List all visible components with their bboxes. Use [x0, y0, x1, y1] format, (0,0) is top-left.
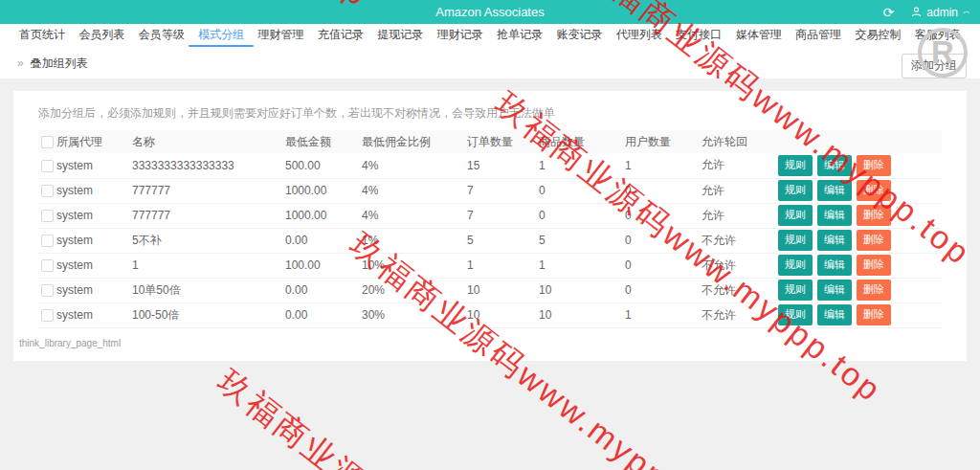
- user-menu[interactable]: admin ︿: [911, 6, 970, 19]
- edit-button[interactable]: 编辑: [817, 304, 852, 325]
- chevron-icon: ︿: [963, 6, 970, 16]
- cell-products: 0: [539, 203, 625, 228]
- edit-button[interactable]: 编辑: [817, 205, 852, 226]
- breadcrumb-bar: »叠加组列表 添加分组: [0, 48, 980, 78]
- row-checkbox[interactable]: [41, 210, 54, 222]
- cell-users: 0: [625, 178, 702, 203]
- edit-button[interactable]: 编辑: [817, 280, 852, 301]
- person-icon: [911, 7, 922, 17]
- cell-actions: 规则编辑删除: [778, 228, 942, 253]
- rules-button[interactable]: 规则: [778, 280, 813, 301]
- rules-button[interactable]: 规则: [778, 205, 813, 226]
- nav-item-11[interactable]: 支付接口: [674, 24, 724, 48]
- nav-item-10[interactable]: 代理列表: [614, 24, 664, 48]
- column-header-7: 允许轮回: [702, 130, 778, 153]
- nav-item-14[interactable]: 交易控制: [853, 24, 902, 48]
- nav-item-6[interactable]: 提现记录: [375, 24, 425, 48]
- edit-button[interactable]: 编辑: [817, 180, 852, 201]
- select-all-checkbox[interactable]: [41, 136, 54, 148]
- delete-button[interactable]: 删除: [857, 280, 891, 301]
- column-header-0: 所属代理: [56, 130, 132, 153]
- delete-button[interactable]: 删除: [857, 255, 891, 276]
- cell-products: 1: [539, 253, 625, 278]
- nav-item-5[interactable]: 充值记录: [316, 24, 366, 48]
- refresh-icon[interactable]: ⟳: [883, 6, 895, 19]
- cell-allow: 不允许: [702, 228, 778, 253]
- breadcrumb-label: 叠加组列表: [31, 56, 88, 70]
- table-row: system10单50倍0.0020%10100不允许规则编辑删除: [38, 278, 942, 302]
- nav-item-1[interactable]: 会员列表: [77, 24, 126, 48]
- cell-orders: 1: [467, 253, 539, 278]
- cell-allow: 不允许: [702, 302, 778, 327]
- delete-button[interactable]: 删除: [857, 205, 891, 226]
- cell-name: 777777: [132, 178, 285, 203]
- table-row: system1100.0010%110不允许规则编辑删除: [38, 253, 942, 278]
- row-checkbox[interactable]: [41, 284, 54, 297]
- row-checkbox[interactable]: [41, 309, 54, 322]
- rules-button[interactable]: 规则: [778, 255, 813, 276]
- nav-item-9[interactable]: 账变记录: [555, 24, 605, 48]
- column-header-1: 名称: [132, 130, 285, 153]
- row-checkbox[interactable]: [41, 259, 54, 272]
- nav-item-3[interactable]: 模式分组: [196, 24, 246, 48]
- row-checkbox[interactable]: [41, 160, 54, 172]
- column-header-2: 最低金额: [285, 130, 362, 153]
- cell-orders: 7: [467, 203, 539, 228]
- cell-min_amount: 0.00: [285, 228, 362, 253]
- cell-commission: 10%: [362, 253, 467, 278]
- pagination-placeholder: think_library_page_html: [13, 328, 967, 361]
- nav-item-8[interactable]: 抢单记录: [495, 24, 545, 48]
- nav-item-2[interactable]: 会员等级: [137, 24, 187, 48]
- cell-products: 10: [539, 278, 625, 302]
- cell-products: 0: [539, 178, 625, 203]
- breadcrumb-arrow-icon: »: [17, 56, 24, 70]
- column-header-6: 用户数量: [625, 130, 702, 153]
- edit-button[interactable]: 编辑: [817, 255, 852, 276]
- rules-button[interactable]: 规则: [778, 230, 813, 251]
- cell-agent: system: [56, 302, 132, 327]
- table-header-row: 所属代理名称最低金额最低佣金比例订单数量商品数量用户数量允许轮回: [38, 130, 942, 153]
- breadcrumb: »叠加组列表: [17, 56, 88, 72]
- delete-button[interactable]: 删除: [857, 230, 891, 251]
- rules-button[interactable]: 规则: [778, 180, 813, 201]
- cell-orders: 10: [467, 278, 539, 302]
- main-nav: 首页统计会员列表会员等级模式分组理财管理充值记录提现记录理财记录抢单记录账变记录…: [0, 24, 980, 48]
- table-row: system7777771000.004%700允许规则编辑删除: [38, 203, 942, 228]
- cell-products: 1: [539, 153, 625, 178]
- group-table: 所属代理名称最低金额最低佣金比例订单数量商品数量用户数量允许轮回 system3…: [38, 130, 942, 328]
- username-label: admin: [926, 6, 958, 19]
- nav-item-13[interactable]: 商品管理: [793, 24, 843, 48]
- delete-button[interactable]: 删除: [857, 155, 891, 176]
- cell-name: 5不补: [132, 228, 285, 253]
- column-header-3: 最低佣金比例: [362, 130, 467, 153]
- cell-actions: 规则编辑删除: [778, 203, 942, 228]
- cell-min_amount: 1000.00: [285, 203, 362, 228]
- cell-products: 10: [539, 302, 625, 327]
- cell-allow: 允许: [702, 153, 778, 178]
- cell-orders: 5: [467, 228, 539, 253]
- cell-min_amount: 0.00: [285, 302, 362, 327]
- cell-agent: system: [56, 253, 132, 278]
- cell-actions: 规则编辑删除: [778, 153, 942, 178]
- cell-allow: 不允许: [702, 253, 778, 278]
- cell-agent: system: [56, 278, 132, 302]
- nav-item-12[interactable]: 媒体管理: [734, 24, 784, 48]
- cell-actions: 规则编辑删除: [778, 178, 942, 203]
- group-hint-text: 添加分组后，必须添加规则，并且规则需要对应好订单个数，若出现不对称情况，会导致用…: [13, 100, 967, 122]
- edit-button[interactable]: 编辑: [817, 155, 852, 176]
- row-checkbox[interactable]: [41, 185, 54, 197]
- rules-button[interactable]: 规则: [778, 304, 813, 325]
- cell-commission: 30%: [362, 302, 467, 327]
- cell-allow: 允许: [702, 178, 778, 203]
- rules-button[interactable]: 规则: [778, 155, 813, 176]
- delete-button[interactable]: 删除: [857, 180, 891, 201]
- cell-allow: 不允许: [702, 278, 778, 302]
- nav-item-4[interactable]: 理财管理: [256, 24, 306, 48]
- group-list-card: 添加分组后，必须添加规则，并且规则需要对应好订单个数，若出现不对称情况，会导致用…: [13, 91, 967, 361]
- nav-item-7[interactable]: 理财记录: [435, 24, 485, 48]
- edit-button[interactable]: 编辑: [817, 230, 852, 251]
- cell-name: 100-50倍: [132, 302, 285, 327]
- nav-item-0[interactable]: 首页统计: [17, 24, 67, 48]
- delete-button[interactable]: 删除: [857, 304, 891, 325]
- row-checkbox[interactable]: [41, 235, 54, 247]
